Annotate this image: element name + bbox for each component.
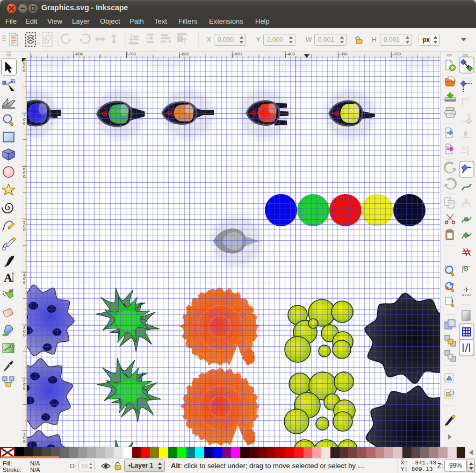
svg-text:A: A — [4, 271, 12, 284]
